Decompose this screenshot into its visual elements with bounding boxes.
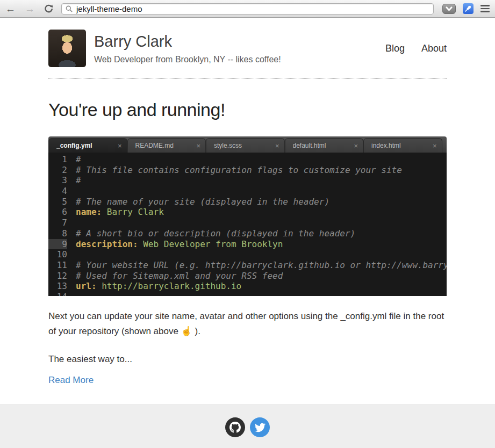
pushpin-icon [464, 5, 472, 12]
editor-tab-index-html: index.html× [363, 138, 442, 153]
github-icon [229, 422, 241, 433]
code-line-11: 11# Your website URL (e.g. http://barryc… [48, 260, 447, 271]
code-text: # Your website URL (e.g. http://barrycla… [67, 260, 447, 271]
header-nav: BlogAbout [385, 43, 447, 54]
code-area: 1#2# This file contains configuration fl… [48, 153, 447, 296]
line-number: 13 [48, 281, 67, 292]
line-number: 10 [48, 249, 67, 260]
github-button[interactable] [225, 417, 245, 437]
line-number: 2 [48, 165, 67, 176]
line-number: 5 [48, 197, 67, 207]
code-line-1: 1# [48, 154, 447, 165]
code-line-7: 7 [48, 218, 447, 228]
twitter-icon [255, 422, 266, 433]
line-number: 7 [48, 218, 67, 228]
menu-button[interactable] [480, 4, 490, 13]
code-line-6: 6name: Barry Clark [48, 207, 447, 218]
forward-button[interactable]: → [25, 4, 35, 14]
nav-link-about[interactable]: About [421, 43, 447, 54]
paragraph: Next you can update your site name, avat… [48, 309, 447, 339]
site-name[interactable]: Barry Clark [94, 33, 281, 50]
code-text: # This file contains configuration flags… [67, 165, 402, 176]
paragraph: The easiest way to... [48, 352, 447, 367]
line-number: 1 [48, 154, 67, 165]
code-line-9: 9description: Web Developer from Brookly… [48, 239, 447, 250]
tab-close-icon: × [118, 142, 122, 150]
code-line-3: 3# [48, 175, 447, 186]
code-line-12: 12# Used for Sitemap.xml and your RSS fe… [48, 271, 447, 281]
tab-label: README.md [135, 142, 197, 149]
code-line-5: 5# The name of your site (displayed in t… [48, 197, 447, 207]
line-number: 8 [48, 228, 67, 239]
header-divider [48, 78, 447, 78]
pocket-button[interactable] [442, 4, 456, 14]
site-description: Web Developer from Brooklyn, NY -- likes… [94, 55, 281, 64]
code-line-4: 4 [48, 186, 447, 197]
url-text: jekyll-theme-demo [76, 4, 142, 13]
tab-label: default.html [293, 142, 354, 149]
line-number: 4 [48, 186, 67, 197]
code-text: # Used for Sitemap.xml and your RSS feed [67, 271, 283, 281]
line-number: 3 [48, 175, 67, 186]
line-number: 6 [48, 207, 67, 218]
forward-icon: → [25, 3, 35, 15]
post: You're up and running! _config.yml×READM… [48, 99, 447, 386]
tab-close-icon: × [196, 142, 200, 150]
code-text [67, 218, 76, 228]
tab-label: index.html [371, 142, 433, 149]
tab-close-icon: × [354, 142, 358, 150]
pocket-chevron-icon [446, 6, 453, 11]
code-text: # [67, 175, 81, 186]
back-button[interactable]: ← [5, 4, 16, 14]
line-number: 14 [48, 292, 67, 296]
browser-toolbar: ← → jekyll-theme-demo [0, 0, 495, 18]
refresh-icon [44, 4, 53, 13]
editor-tab-default-html: default.html× [285, 138, 364, 153]
url-input[interactable]: jekyll-theme-demo [61, 3, 434, 15]
site-footer [0, 404, 495, 448]
code-text [67, 292, 76, 296]
avatar[interactable] [48, 30, 86, 67]
tab-label: style.scss [214, 142, 275, 149]
code-line-8: 8# A short bio or description (displayed… [48, 228, 447, 239]
site-header: Barry Clark Web Developer from Brooklyn,… [48, 18, 447, 67]
post-title[interactable]: You're up and running! [48, 99, 447, 120]
tab-close-icon: × [275, 142, 279, 150]
back-icon: ← [5, 3, 16, 15]
code-line-2: 2# This file contains configuration flag… [48, 165, 447, 176]
site-title-block: Barry Clark Web Developer from Brooklyn,… [94, 33, 281, 64]
line-number: 11 [48, 260, 67, 271]
line-number: 12 [48, 271, 67, 281]
code-line-14: 14 [48, 292, 447, 296]
code-line-10: 10 [48, 249, 447, 260]
editor-tab-style-scss: style.scss× [206, 138, 285, 153]
tab-label: _config.yml [56, 142, 118, 149]
config-yml-screenshot: _config.yml×README.md×style.scss×default… [48, 136, 447, 296]
code-text [67, 249, 76, 260]
code-text: # The name of your site (displayed in th… [67, 197, 329, 207]
editor-tab-readme-md: README.md× [127, 138, 206, 153]
page-content: Barry Clark Web Developer from Brooklyn,… [0, 18, 495, 404]
search-icon [66, 5, 73, 12]
code-text: description: Web Developer from Brooklyn [67, 239, 283, 250]
twitter-button[interactable] [250, 417, 270, 437]
line-number: 9 [48, 239, 67, 250]
tab-close-icon: × [433, 142, 437, 150]
read-more-link[interactable]: Read More [48, 375, 94, 386]
editor-tab--config-yml: _config.yml× [48, 138, 127, 153]
code-text: # A short bio or description (displayed … [67, 228, 355, 239]
code-text: # [67, 154, 81, 165]
code-text: name: Barry Clark [67, 207, 164, 218]
code-line-13: 13url: http://barryclark.github.io [48, 281, 447, 292]
nav-link-blog[interactable]: Blog [385, 43, 405, 54]
refresh-button[interactable] [44, 4, 53, 13]
pin-button[interactable] [463, 3, 474, 14]
editor-tab-bar: _config.yml×README.md×style.scss×default… [48, 136, 447, 153]
code-text: url: http://barryclark.github.io [67, 281, 241, 292]
code-text [67, 186, 76, 197]
